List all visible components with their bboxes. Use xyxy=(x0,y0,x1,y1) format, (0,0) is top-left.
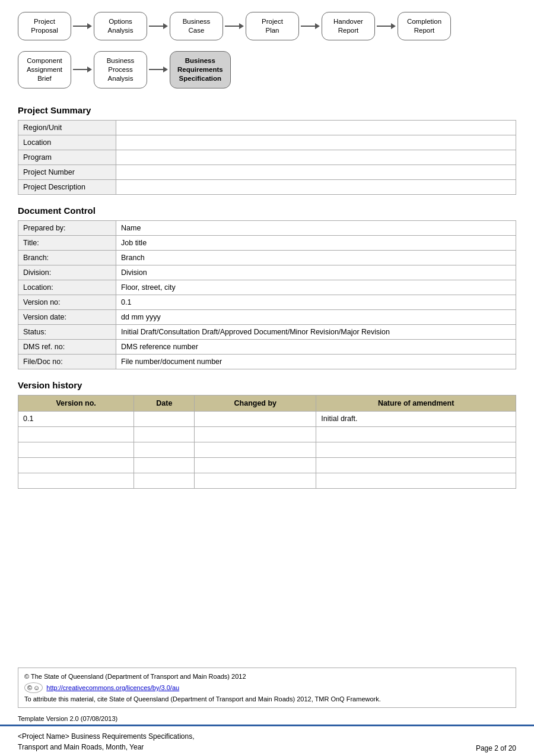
value-cell: Division xyxy=(116,265,516,280)
value-cell: Name xyxy=(116,220,516,235)
copyright-text: © The State of Queensland (Department of… xyxy=(24,673,510,680)
table-row: 0.1Initial draft. xyxy=(18,411,516,426)
table-row: Prepared by:Name xyxy=(18,220,516,235)
flow-node-project-plan: ProjectPlan xyxy=(246,12,299,40)
label-cell: Program xyxy=(18,150,116,165)
version-cell-date xyxy=(134,426,195,442)
table-row xyxy=(18,442,516,457)
table-row: Version no:0.1 xyxy=(18,295,516,309)
table-row: Program xyxy=(18,150,516,165)
arrow-5 xyxy=(375,23,398,29)
cc-url[interactable]: http://creativecommons.org/licences/by/3… xyxy=(46,684,179,691)
document-control-title: Document Control xyxy=(18,205,516,216)
label-cell: Prepared by: xyxy=(18,220,116,235)
label-cell: Location xyxy=(18,135,116,150)
label-cell: DMS ref. no: xyxy=(18,339,116,354)
version-cell-version xyxy=(18,426,134,442)
value-cell: Job title xyxy=(116,235,516,250)
arrow-3 xyxy=(223,23,246,29)
version-cell-nature: Initial draft. xyxy=(316,411,516,426)
value-cell xyxy=(116,179,516,194)
table-row: Project Description xyxy=(18,179,516,194)
version-cell-nature xyxy=(316,457,516,473)
flow-node-options-analysis: OptionsAnalysis xyxy=(94,12,147,40)
page-footer: <Project Name> Business Requirements Spe… xyxy=(0,725,534,756)
label-cell: Project Number xyxy=(18,165,116,179)
version-history-header-cell: Version no. xyxy=(18,395,134,411)
version-cell-nature xyxy=(316,473,516,488)
table-row: Status:Initial Draft/Consultation Draft/… xyxy=(18,324,516,339)
footer-left-line2: Transport and Main Roads, Month, Year xyxy=(18,742,194,752)
version-cell-changed_by xyxy=(195,442,316,457)
version-cell-changed_by xyxy=(195,411,316,426)
table-row xyxy=(18,457,516,473)
project-summary-title: Project Summary xyxy=(18,105,516,115)
flow-node-business-case: BusinessCase xyxy=(170,12,223,40)
flow-node-completion-report: CompletionReport xyxy=(398,12,451,40)
version-cell-date xyxy=(134,473,195,488)
arrow-4 xyxy=(299,23,322,29)
value-cell: Branch xyxy=(116,250,516,265)
value-cell: File number/document number xyxy=(116,354,516,369)
table-row: Location:Floor, street, city xyxy=(18,280,516,295)
version-history-header-cell: Date xyxy=(134,395,195,411)
table-row xyxy=(18,426,516,442)
value-cell: 0.1 xyxy=(116,295,516,309)
template-version: Template Version 2.0 (07/08/2013) xyxy=(0,713,534,725)
table-row: Version date:dd mm yyyy xyxy=(18,309,516,324)
version-cell-nature xyxy=(316,426,516,442)
arrow-6 xyxy=(71,67,94,72)
table-row xyxy=(18,473,516,488)
flow-node-business-process-analysis: BusinessProcessAnalysis xyxy=(94,51,147,88)
footer-left: <Project Name> Business Requirements Spe… xyxy=(18,731,194,752)
label-cell: Location: xyxy=(18,280,116,295)
version-cell-date xyxy=(134,457,195,473)
value-cell: Initial Draft/Consultation Draft/Approve… xyxy=(116,324,516,339)
version-cell-changed_by xyxy=(195,426,316,442)
footer-box: © The State of Queensland (Department of… xyxy=(18,668,516,708)
label-cell: Status: xyxy=(18,324,116,339)
document-control-table: Prepared by:NameTitle:Job titleBranch:Br… xyxy=(18,220,516,369)
flow-diagram-1: ProjectProposal OptionsAnalysis Business… xyxy=(0,0,534,46)
table-row: Branch:Branch xyxy=(18,250,516,265)
version-cell-version: 0.1 xyxy=(18,411,134,426)
version-cell-version xyxy=(18,457,134,473)
label-cell: Division: xyxy=(18,265,116,280)
label-cell: Project Description xyxy=(18,179,116,194)
flow-node-component-assignment-brief: ComponentAssignmentBrief xyxy=(18,51,71,88)
page: ProjectProposal OptionsAnalysis Business… xyxy=(0,0,534,756)
arrow-2 xyxy=(147,23,170,29)
table-row: Project Number xyxy=(18,165,516,179)
label-cell: Branch: xyxy=(18,250,116,265)
cc-link: http://creativecommons.org/licences/by/3… xyxy=(46,684,179,691)
cc-icon: © ☺ xyxy=(24,682,43,693)
version-cell-version xyxy=(18,442,134,457)
table-row: File/Doc no:File number/document number xyxy=(18,354,516,369)
flow-node-project-proposal: ProjectProposal xyxy=(18,12,71,40)
table-row: DMS ref. no:DMS reference number xyxy=(18,339,516,354)
attribution-text: To attribute this material, cite State o… xyxy=(24,695,510,703)
version-history-title: Version history xyxy=(18,380,516,390)
value-cell: dd mm yyyy xyxy=(116,309,516,324)
value-cell: Floor, street, city xyxy=(116,280,516,295)
main-content: Project Summary Region/UnitLocationProgr… xyxy=(0,91,534,662)
version-history-header-cell: Nature of amendment xyxy=(316,395,516,411)
value-cell xyxy=(116,135,516,150)
footer-left-line1: <Project Name> Business Requirements Spe… xyxy=(18,731,194,742)
version-cell-nature xyxy=(316,442,516,457)
version-cell-date xyxy=(134,411,195,426)
version-cell-changed_by xyxy=(195,457,316,473)
footer-page-number: Page 2 of 20 xyxy=(476,744,516,752)
table-row: Title:Job title xyxy=(18,235,516,250)
arrow-7 xyxy=(147,67,170,72)
flow-diagram-2: ComponentAssignmentBrief BusinessProcess… xyxy=(0,46,534,91)
cc-person-symbol: ☺ xyxy=(33,684,40,691)
value-cell xyxy=(116,165,516,179)
label-cell: File/Doc no: xyxy=(18,354,116,369)
version-cell-date xyxy=(134,442,195,457)
project-summary-table: Region/UnitLocationProgramProject Number… xyxy=(18,120,516,195)
value-cell: DMS reference number xyxy=(116,339,516,354)
version-history-header-cell: Changed by xyxy=(195,395,316,411)
label-cell: Version date: xyxy=(18,309,116,324)
flow-node-handover-report: HandoverReport xyxy=(322,12,375,40)
